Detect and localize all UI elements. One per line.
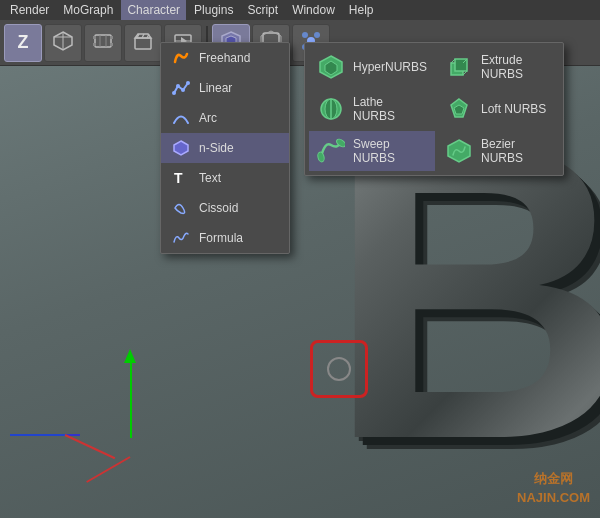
z-button[interactable]: Z: [4, 24, 42, 62]
loft-label: Loft NURBS: [481, 102, 546, 116]
target-circle: [310, 340, 368, 398]
spline-freehand[interactable]: Freehand: [161, 43, 289, 73]
lathe-label: Lathe NURBS: [353, 95, 427, 123]
spline-formula[interactable]: Formula: [161, 223, 289, 253]
spline-text[interactable]: T Text: [161, 163, 289, 193]
sweep-label: Sweep NURBS: [353, 137, 427, 165]
menu-character[interactable]: Character: [121, 0, 186, 20]
hyper-icon: [317, 53, 345, 81]
z-axis: [86, 456, 130, 483]
spline-cissoid[interactable]: Cissoid: [161, 193, 289, 223]
nurbs-dropdown: HyperNURBS Extrude NURBS Lathe NURBS: [304, 42, 564, 176]
clapper-button[interactable]: [124, 24, 162, 62]
nurbs-grid: HyperNURBS Extrude NURBS Lathe NURBS: [305, 43, 563, 175]
svg-rect-3: [95, 35, 111, 47]
nurbs-extrude[interactable]: Extrude NURBS: [437, 47, 559, 87]
svg-text:T: T: [174, 170, 183, 186]
spline-nside[interactable]: n-Side: [161, 133, 289, 163]
extrude-icon: [445, 53, 473, 81]
svg-point-23: [302, 32, 308, 38]
cube-icon: [52, 30, 74, 56]
y-axis: [130, 358, 132, 438]
record-button[interactable]: [84, 24, 122, 62]
formula-icon: [171, 228, 191, 248]
bezier-label: Bezier NURBS: [481, 137, 551, 165]
text-tool-icon: T: [171, 168, 191, 188]
nurbs-lathe[interactable]: Lathe NURBS: [309, 89, 435, 129]
text-label: Text: [199, 171, 221, 185]
bezier-icon: [445, 137, 473, 165]
menu-script[interactable]: Script: [241, 0, 284, 20]
svg-point-45: [317, 151, 325, 162]
menu-plugins[interactable]: Plugins: [188, 0, 239, 20]
arc-icon: [171, 108, 191, 128]
y-axis-arrow: [124, 349, 136, 363]
object-button[interactable]: [44, 24, 82, 62]
menu-help[interactable]: Help: [343, 0, 380, 20]
menu-render[interactable]: Render: [4, 0, 55, 20]
freehand-icon: [171, 48, 191, 68]
target-inner-circle: [327, 357, 351, 381]
svg-point-29: [181, 88, 185, 92]
spline-dropdown: Freehand Linear Arc n-Side: [160, 42, 290, 254]
lathe-icon: [317, 95, 345, 123]
extrude-label: Extrude NURBS: [481, 53, 551, 81]
svg-point-24: [314, 32, 320, 38]
menu-mograph[interactable]: MoGraph: [57, 0, 119, 20]
svg-marker-31: [174, 141, 188, 155]
svg-point-27: [172, 91, 176, 95]
linear-icon: [171, 78, 191, 98]
hyper-label: HyperNURBS: [353, 60, 427, 74]
menu-window[interactable]: Window: [286, 0, 341, 20]
linear-label: Linear: [199, 81, 232, 95]
formula-label: Formula: [199, 231, 243, 245]
nside-label: n-Side: [199, 141, 234, 155]
loft-icon: [445, 95, 473, 123]
film-icon: [92, 30, 114, 56]
nurbs-bezier[interactable]: Bezier NURBS: [437, 131, 559, 171]
sweep-icon: [317, 137, 345, 165]
svg-point-28: [176, 84, 180, 88]
z-axis-line: [65, 434, 116, 459]
arc-label: Arc: [199, 111, 217, 125]
nurbs-hyper[interactable]: HyperNURBS: [309, 47, 435, 87]
svg-rect-4: [93, 36, 96, 39]
spline-arc[interactable]: Arc: [161, 103, 289, 133]
cissoid-icon: [171, 198, 191, 218]
clapper-icon: [132, 30, 154, 56]
nurbs-loft[interactable]: Loft NURBS: [437, 89, 559, 129]
svg-rect-10: [135, 38, 151, 49]
nside-icon: [171, 138, 191, 158]
nurbs-sweep[interactable]: Sweep NURBS: [309, 131, 435, 171]
cissoid-label: Cissoid: [199, 201, 238, 215]
spline-linear[interactable]: Linear: [161, 73, 289, 103]
svg-rect-5: [93, 43, 96, 46]
menubar: Render MoGraph Character Plugins Script …: [0, 0, 600, 20]
svg-rect-6: [110, 36, 113, 39]
freehand-label: Freehand: [199, 51, 250, 65]
z-icon: Z: [18, 32, 29, 53]
svg-point-30: [186, 81, 190, 85]
svg-rect-7: [110, 43, 113, 46]
x-axis-line: [10, 434, 65, 436]
watermark: 纳金网 NAJIN.COM: [517, 469, 590, 508]
